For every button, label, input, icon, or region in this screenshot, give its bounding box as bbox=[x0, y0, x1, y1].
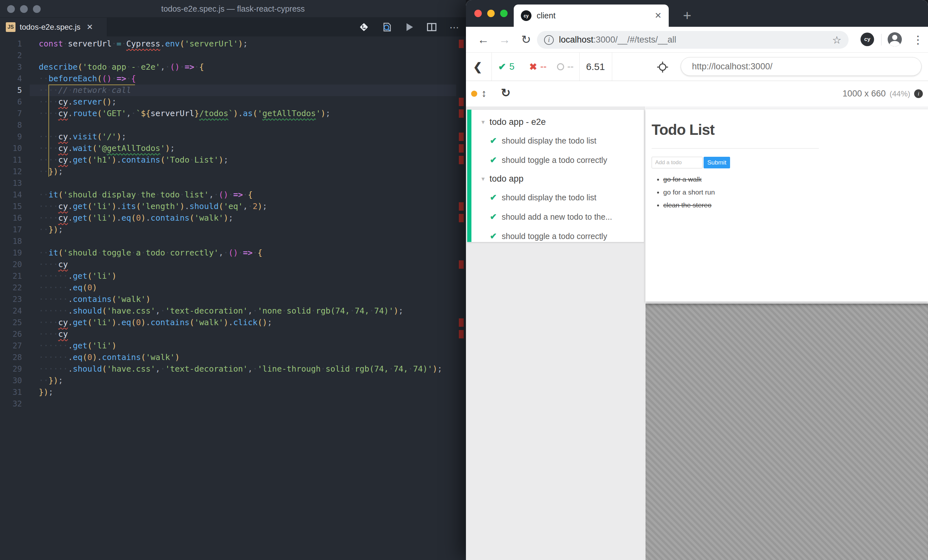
code-line[interactable]: ······.contains('walk') bbox=[39, 294, 466, 305]
tab-close-icon[interactable]: ✕ bbox=[87, 23, 93, 32]
code-line[interactable] bbox=[39, 236, 466, 247]
rerun-tests-icon[interactable]: ↻ bbox=[501, 86, 510, 100]
viewport-info-icon[interactable]: i bbox=[914, 89, 923, 98]
url-text[interactable]: localhost:3000/__/#/tests/__all bbox=[559, 35, 827, 45]
vscode-editor-tab[interactable]: JS todos-e2e.spec.js ✕ bbox=[0, 18, 107, 37]
test-row[interactable]: ✔should display the todo list bbox=[467, 188, 644, 207]
test-title: should toggle a todo correctly bbox=[502, 231, 607, 241]
cypress-extension-icon[interactable]: cy bbox=[861, 33, 874, 46]
line-number: 30 bbox=[0, 375, 30, 387]
open-preview-search-icon[interactable] bbox=[381, 21, 392, 33]
code-line[interactable]: ····cy.get('li').its('length').should('e… bbox=[39, 201, 466, 212]
suite-title: todo app - e2e bbox=[490, 117, 546, 127]
code-line[interactable]: ······.should('have.css',·'text-decorati… bbox=[39, 363, 466, 375]
more-actions-icon[interactable]: ⋯ bbox=[449, 21, 460, 33]
code-line[interactable]: ····cy.route('GET',·`${serverUrl}/todos`… bbox=[39, 108, 466, 119]
address-bar[interactable]: i localhost:3000/__/#/tests/__all ☆ bbox=[537, 31, 849, 49]
code-line[interactable]: ····cy.visit('/'); bbox=[39, 131, 466, 143]
code-line[interactable]: ····cy.get('li').eq(0).contains('walk').… bbox=[39, 317, 466, 329]
code-line[interactable]: ····cy.wait('@getAllTodos'); bbox=[39, 143, 466, 154]
test-row[interactable]: ✔should toggle a todo correctly bbox=[467, 150, 644, 170]
test-title: should toggle a todo correctly bbox=[502, 155, 607, 165]
recording-dot-icon bbox=[471, 91, 477, 97]
todo-input[interactable] bbox=[652, 157, 703, 168]
git-compare-icon[interactable] bbox=[358, 21, 370, 33]
code-line[interactable] bbox=[39, 50, 466, 61]
code-line[interactable]: ····cy.get('li').eq(0).contains('walk'); bbox=[39, 212, 466, 224]
overview-ruler-error-mark bbox=[459, 40, 464, 48]
test-pass-check-icon: ✔ bbox=[490, 231, 497, 241]
back-button[interactable]: ← bbox=[476, 33, 490, 47]
suite-row[interactable]: ▾todo app - e2e bbox=[467, 113, 644, 131]
code-line[interactable] bbox=[39, 119, 466, 131]
line-number-gutter: 1234567891011121314151617181920212223242… bbox=[0, 38, 30, 410]
test-row[interactable]: ✔should add a new todo to the... bbox=[467, 207, 644, 227]
code-line[interactable]: ····cy.get('h1').contains('Todo·List'); bbox=[39, 154, 466, 166]
code-line[interactable]: ····cy.server(); bbox=[39, 96, 466, 108]
code-line[interactable]: const·serverUrl·=·Cypress.env('serverUrl… bbox=[39, 38, 466, 50]
chevron-down-icon: ▾ bbox=[481, 175, 485, 183]
code-area[interactable]: const·serverUrl·=·Cypress.env('serverUrl… bbox=[30, 38, 466, 410]
code-line[interactable]: ··}); bbox=[39, 224, 466, 236]
suite-row[interactable]: ▾todo app bbox=[467, 170, 644, 188]
line-number: 26 bbox=[0, 329, 30, 340]
forward-button: → bbox=[498, 33, 512, 47]
new-tab-button[interactable]: + bbox=[678, 6, 697, 25]
todo-item[interactable]: go for a walk bbox=[663, 175, 819, 183]
line-number: 25 bbox=[0, 317, 30, 329]
test-pass-check-icon: ✔ bbox=[490, 136, 497, 146]
page-info-icon[interactable]: i bbox=[544, 35, 554, 45]
code-editor[interactable]: 1234567891011121314151617181920212223242… bbox=[0, 37, 466, 560]
vscode-window: todos-e2e.spec.js — flask-react-cypress … bbox=[0, 0, 466, 560]
line-number: 6 bbox=[0, 96, 30, 108]
overview-ruler-error-mark bbox=[459, 214, 464, 222]
tab-close-icon[interactable]: ✕ bbox=[655, 11, 662, 21]
code-line[interactable]: ··beforeEach(()·=>·{ bbox=[39, 73, 466, 85]
code-line[interactable]: describe('todo·app·-·e2e',·()·=>·{ bbox=[39, 61, 466, 73]
code-line[interactable]: ······.should('have.css',·'text-decorati… bbox=[39, 305, 466, 317]
bracket-scope-guide bbox=[49, 85, 135, 85]
split-editor-icon[interactable] bbox=[426, 21, 438, 33]
run-icon[interactable] bbox=[403, 21, 415, 33]
test-row[interactable]: ✔should display the todo list bbox=[467, 131, 644, 150]
code-line[interactable]: ····cy bbox=[39, 259, 466, 270]
pending-stat[interactable]: -- bbox=[557, 53, 574, 81]
menu-kebab-icon[interactable]: ⋮ bbox=[911, 33, 925, 47]
overview-ruler-error-mark bbox=[459, 318, 464, 327]
test-row[interactable]: ✔should toggle a todo correctly bbox=[467, 227, 644, 246]
collapse-reporter-icon[interactable]: ❮ bbox=[473, 60, 482, 73]
code-line[interactable]: }); bbox=[39, 387, 466, 398]
failed-stat[interactable]: ✖-- bbox=[529, 53, 546, 81]
code-line[interactable] bbox=[39, 398, 466, 410]
submit-button[interactable]: Submit bbox=[704, 157, 730, 168]
profile-avatar[interactable] bbox=[888, 32, 902, 46]
todo-item[interactable]: go for a short run bbox=[663, 189, 819, 196]
viewport-zoom: (44%) bbox=[890, 89, 910, 98]
viewport-selector-icon[interactable] bbox=[656, 61, 669, 75]
test-pass-check-icon: ✔ bbox=[490, 212, 497, 222]
code-line[interactable]: ······.eq(0).contains('walk') bbox=[39, 352, 466, 363]
code-line[interactable]: ··it('should·toggle·a·todo·correctly',·(… bbox=[39, 247, 466, 259]
line-number: 31 bbox=[0, 387, 30, 398]
code-line[interactable]: ··}); bbox=[39, 375, 466, 387]
code-line[interactable]: ······.get('li') bbox=[39, 340, 466, 352]
code-line[interactable] bbox=[39, 177, 466, 189]
chrome-traffic-lights[interactable] bbox=[474, 10, 508, 17]
line-number: 29 bbox=[0, 363, 30, 375]
line-number: 9 bbox=[0, 131, 30, 143]
reload-button[interactable]: ↻ bbox=[519, 33, 533, 47]
autoscroll-icon[interactable]: ↕ bbox=[481, 87, 487, 99]
code-line[interactable]: ····//·network·call bbox=[30, 85, 456, 96]
passed-stat[interactable]: ✔5 bbox=[498, 53, 514, 81]
code-line[interactable]: ······.get('li') bbox=[39, 270, 466, 282]
code-line[interactable]: ······.eq(0) bbox=[39, 282, 466, 294]
code-line[interactable]: ····cy bbox=[39, 329, 466, 340]
line-number: 12 bbox=[0, 166, 30, 177]
code-line[interactable]: ··it('should·display·the·todo·list',·()·… bbox=[39, 189, 466, 201]
browser-tab[interactable]: cy client ✕ bbox=[514, 5, 669, 27]
aut-url-field[interactable]: http://localhost:3000/ bbox=[681, 57, 922, 76]
todo-item[interactable]: clean the stereo bbox=[663, 201, 819, 209]
javascript-file-icon: JS bbox=[6, 22, 15, 32]
code-line[interactable]: ··}); bbox=[39, 166, 466, 177]
bookmark-star-icon[interactable]: ☆ bbox=[832, 34, 841, 46]
